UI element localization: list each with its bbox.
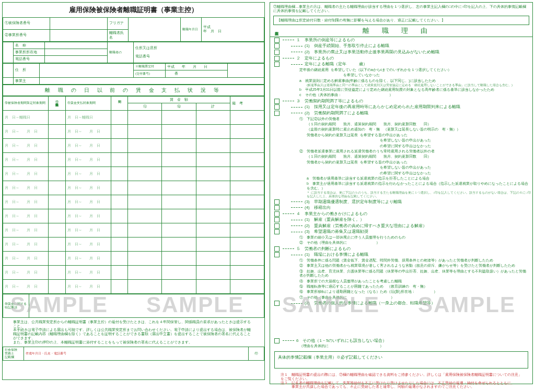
wage-table: ⑨被保険者期間算定対象期間 ⑩賃金支払基礎日数 ⑪賃金支払対象期間 期間 賃 金… bbox=[3, 96, 264, 294]
form-title: 雇用保険被保険者離職証明書（事業主控） bbox=[3, 3, 264, 17]
reason-title: 離職理由 bbox=[270, 25, 532, 37]
right-footer: 注１ 離職証明書の提出の際には、⑦欄の離職理由を確認できる資料をご持参ください。… bbox=[270, 371, 532, 391]
koufu-table: 住 所 ※離職票交付 平成 年 月 日 (交付番号) 番 事業主 bbox=[3, 63, 264, 85]
cell[interactable] bbox=[50, 17, 108, 29]
left-form: 雇用保険被保険者離職証明書（事業主控） ①被保険者番号 フリガナ 離職年月日 平… bbox=[2, 2, 265, 380]
right-form: ⑦離職理由欄…事業主の方は、離職者の主たる離職理由が該当する理由を１つ選択し、左… bbox=[270, 2, 533, 384]
head-note: ⑦離職理由欄…事業主の方は、離職者の主たる離職理由が該当する理由を１つ選択し、左… bbox=[270, 3, 532, 16]
r1: １ 事業所の倒産等によるもの bbox=[270, 37, 532, 43]
cell: 平成年 月 日 bbox=[202, 17, 264, 41]
cell: 離職年月日 bbox=[181, 17, 202, 41]
detail-box[interactable]: 具体的事情記載欄（事業主用）※必ず記載してください bbox=[274, 351, 528, 369]
header-table: ①被保険者番号 フリガナ 離職年月日 平成年 月 日 ②事業所番号 離職者氏名 bbox=[3, 17, 264, 42]
footer: 事業主は、公共職業安定所からの離職証明書（事業主控）の返付を受けたときは、これを… bbox=[3, 318, 264, 347]
cell: 離職者氏名 bbox=[108, 29, 129, 41]
cell: フリガナ bbox=[108, 17, 129, 29]
cell: ①被保険者番号 bbox=[3, 17, 50, 29]
cell[interactable] bbox=[50, 29, 108, 41]
cell[interactable] bbox=[129, 17, 181, 41]
cell: ②事業所番号 bbox=[3, 29, 50, 41]
soc-table: 社会保険労務士記載欄 作成年月日・氏名・電話番号 ㊞ bbox=[3, 347, 264, 361]
addr-table: 名 称 離職者の 住所又は居所電話番号 事業所所在地 電話番号 bbox=[3, 42, 264, 63]
tokki-table: ⑭賃金に関する特記事項 bbox=[3, 294, 264, 318]
warn: 【離職理由は所定給付日数・給付制限の有無に影響を与える場合があり、適正に記載して… bbox=[273, 16, 529, 25]
wage-section-title: 離 職 の 日 以 前 の 賃 金 支 払 状 況 等 bbox=[3, 85, 264, 96]
